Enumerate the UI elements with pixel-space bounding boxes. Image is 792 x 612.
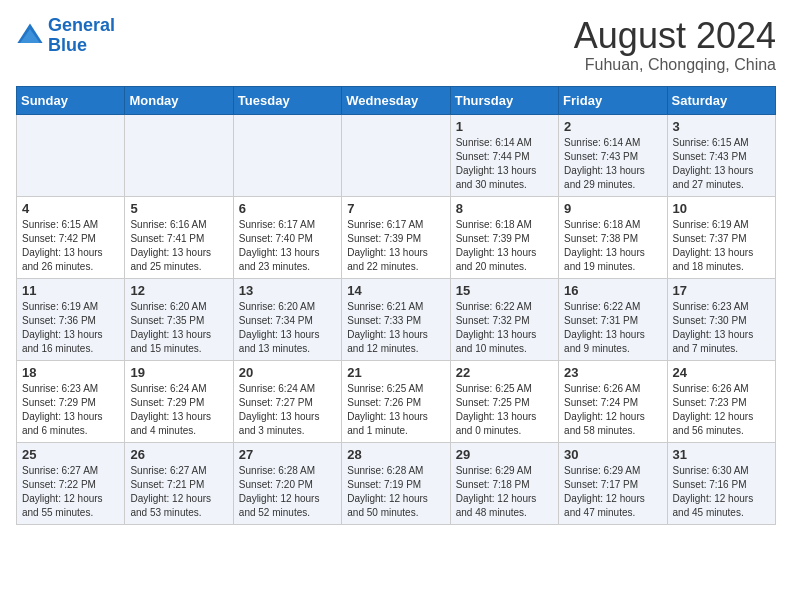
day-info: Sunrise: 6:22 AM Sunset: 7:31 PM Dayligh… [564, 300, 661, 356]
calendar-day: 25Sunrise: 6:27 AM Sunset: 7:22 PM Dayli… [17, 442, 125, 524]
day-info: Sunrise: 6:27 AM Sunset: 7:21 PM Dayligh… [130, 464, 227, 520]
weekday-header: Sunday [17, 86, 125, 114]
weekday-header: Tuesday [233, 86, 341, 114]
calendar-day: 29Sunrise: 6:29 AM Sunset: 7:18 PM Dayli… [450, 442, 558, 524]
weekday-header: Wednesday [342, 86, 450, 114]
calendar-day: 16Sunrise: 6:22 AM Sunset: 7:31 PM Dayli… [559, 278, 667, 360]
day-number: 1 [456, 119, 553, 134]
calendar-day: 23Sunrise: 6:26 AM Sunset: 7:24 PM Dayli… [559, 360, 667, 442]
day-number: 21 [347, 365, 444, 380]
calendar-day: 22Sunrise: 6:25 AM Sunset: 7:25 PM Dayli… [450, 360, 558, 442]
calendar-day-empty [342, 114, 450, 196]
calendar-day: 31Sunrise: 6:30 AM Sunset: 7:16 PM Dayli… [667, 442, 775, 524]
calendar-day: 11Sunrise: 6:19 AM Sunset: 7:36 PM Dayli… [17, 278, 125, 360]
calendar-day-empty [125, 114, 233, 196]
location: Fuhuan, Chongqing, China [574, 56, 776, 74]
day-number: 19 [130, 365, 227, 380]
day-number: 15 [456, 283, 553, 298]
calendar-body: 1Sunrise: 6:14 AM Sunset: 7:44 PM Daylig… [17, 114, 776, 524]
weekday-header: Thursday [450, 86, 558, 114]
day-info: Sunrise: 6:19 AM Sunset: 7:37 PM Dayligh… [673, 218, 770, 274]
calendar-day: 4Sunrise: 6:15 AM Sunset: 7:42 PM Daylig… [17, 196, 125, 278]
logo-line1: General [48, 15, 115, 35]
title-block: August 2024 Fuhuan, Chongqing, China [574, 16, 776, 74]
calendar-day: 12Sunrise: 6:20 AM Sunset: 7:35 PM Dayli… [125, 278, 233, 360]
calendar-week-row: 4Sunrise: 6:15 AM Sunset: 7:42 PM Daylig… [17, 196, 776, 278]
day-info: Sunrise: 6:25 AM Sunset: 7:26 PM Dayligh… [347, 382, 444, 438]
day-info: Sunrise: 6:17 AM Sunset: 7:40 PM Dayligh… [239, 218, 336, 274]
calendar-day: 24Sunrise: 6:26 AM Sunset: 7:23 PM Dayli… [667, 360, 775, 442]
day-number: 25 [22, 447, 119, 462]
weekday-header: Saturday [667, 86, 775, 114]
calendar-day: 1Sunrise: 6:14 AM Sunset: 7:44 PM Daylig… [450, 114, 558, 196]
logo: General Blue [16, 16, 115, 56]
day-number: 28 [347, 447, 444, 462]
day-info: Sunrise: 6:17 AM Sunset: 7:39 PM Dayligh… [347, 218, 444, 274]
day-info: Sunrise: 6:26 AM Sunset: 7:23 PM Dayligh… [673, 382, 770, 438]
day-info: Sunrise: 6:18 AM Sunset: 7:38 PM Dayligh… [564, 218, 661, 274]
calendar-header: SundayMondayTuesdayWednesdayThursdayFrid… [17, 86, 776, 114]
calendar-table: SundayMondayTuesdayWednesdayThursdayFrid… [16, 86, 776, 525]
calendar-day: 18Sunrise: 6:23 AM Sunset: 7:29 PM Dayli… [17, 360, 125, 442]
day-info: Sunrise: 6:20 AM Sunset: 7:34 PM Dayligh… [239, 300, 336, 356]
day-number: 9 [564, 201, 661, 216]
day-number: 4 [22, 201, 119, 216]
calendar-day: 28Sunrise: 6:28 AM Sunset: 7:19 PM Dayli… [342, 442, 450, 524]
day-info: Sunrise: 6:15 AM Sunset: 7:43 PM Dayligh… [673, 136, 770, 192]
calendar-day-empty [17, 114, 125, 196]
day-info: Sunrise: 6:24 AM Sunset: 7:27 PM Dayligh… [239, 382, 336, 438]
calendar-day: 14Sunrise: 6:21 AM Sunset: 7:33 PM Dayli… [342, 278, 450, 360]
day-number: 14 [347, 283, 444, 298]
day-number: 30 [564, 447, 661, 462]
day-info: Sunrise: 6:18 AM Sunset: 7:39 PM Dayligh… [456, 218, 553, 274]
day-number: 29 [456, 447, 553, 462]
calendar-day: 26Sunrise: 6:27 AM Sunset: 7:21 PM Dayli… [125, 442, 233, 524]
day-number: 23 [564, 365, 661, 380]
day-info: Sunrise: 6:23 AM Sunset: 7:29 PM Dayligh… [22, 382, 119, 438]
day-number: 11 [22, 283, 119, 298]
day-number: 27 [239, 447, 336, 462]
day-number: 20 [239, 365, 336, 380]
day-number: 24 [673, 365, 770, 380]
day-info: Sunrise: 6:30 AM Sunset: 7:16 PM Dayligh… [673, 464, 770, 520]
calendar-week-row: 25Sunrise: 6:27 AM Sunset: 7:22 PM Dayli… [17, 442, 776, 524]
day-info: Sunrise: 6:24 AM Sunset: 7:29 PM Dayligh… [130, 382, 227, 438]
calendar-week-row: 18Sunrise: 6:23 AM Sunset: 7:29 PM Dayli… [17, 360, 776, 442]
day-info: Sunrise: 6:29 AM Sunset: 7:17 PM Dayligh… [564, 464, 661, 520]
day-info: Sunrise: 6:22 AM Sunset: 7:32 PM Dayligh… [456, 300, 553, 356]
month-year: August 2024 [574, 16, 776, 56]
day-info: Sunrise: 6:28 AM Sunset: 7:20 PM Dayligh… [239, 464, 336, 520]
calendar-day: 5Sunrise: 6:16 AM Sunset: 7:41 PM Daylig… [125, 196, 233, 278]
day-info: Sunrise: 6:15 AM Sunset: 7:42 PM Dayligh… [22, 218, 119, 274]
calendar-day: 8Sunrise: 6:18 AM Sunset: 7:39 PM Daylig… [450, 196, 558, 278]
weekday-header: Monday [125, 86, 233, 114]
day-info: Sunrise: 6:20 AM Sunset: 7:35 PM Dayligh… [130, 300, 227, 356]
day-info: Sunrise: 6:14 AM Sunset: 7:43 PM Dayligh… [564, 136, 661, 192]
calendar-week-row: 11Sunrise: 6:19 AM Sunset: 7:36 PM Dayli… [17, 278, 776, 360]
day-number: 26 [130, 447, 227, 462]
day-number: 17 [673, 283, 770, 298]
day-number: 2 [564, 119, 661, 134]
calendar-day: 6Sunrise: 6:17 AM Sunset: 7:40 PM Daylig… [233, 196, 341, 278]
calendar-day: 15Sunrise: 6:22 AM Sunset: 7:32 PM Dayli… [450, 278, 558, 360]
day-number: 16 [564, 283, 661, 298]
day-info: Sunrise: 6:28 AM Sunset: 7:19 PM Dayligh… [347, 464, 444, 520]
day-info: Sunrise: 6:27 AM Sunset: 7:22 PM Dayligh… [22, 464, 119, 520]
calendar-day: 2Sunrise: 6:14 AM Sunset: 7:43 PM Daylig… [559, 114, 667, 196]
day-info: Sunrise: 6:26 AM Sunset: 7:24 PM Dayligh… [564, 382, 661, 438]
calendar-day: 20Sunrise: 6:24 AM Sunset: 7:27 PM Dayli… [233, 360, 341, 442]
calendar-day: 21Sunrise: 6:25 AM Sunset: 7:26 PM Dayli… [342, 360, 450, 442]
day-info: Sunrise: 6:16 AM Sunset: 7:41 PM Dayligh… [130, 218, 227, 274]
day-number: 7 [347, 201, 444, 216]
calendar-day-empty [233, 114, 341, 196]
day-number: 10 [673, 201, 770, 216]
logo-text: General Blue [48, 16, 115, 56]
day-number: 3 [673, 119, 770, 134]
weekday-header: Friday [559, 86, 667, 114]
calendar-day: 10Sunrise: 6:19 AM Sunset: 7:37 PM Dayli… [667, 196, 775, 278]
calendar-week-row: 1Sunrise: 6:14 AM Sunset: 7:44 PM Daylig… [17, 114, 776, 196]
day-info: Sunrise: 6:21 AM Sunset: 7:33 PM Dayligh… [347, 300, 444, 356]
day-number: 8 [456, 201, 553, 216]
calendar-day: 30Sunrise: 6:29 AM Sunset: 7:17 PM Dayli… [559, 442, 667, 524]
calendar-day: 9Sunrise: 6:18 AM Sunset: 7:38 PM Daylig… [559, 196, 667, 278]
